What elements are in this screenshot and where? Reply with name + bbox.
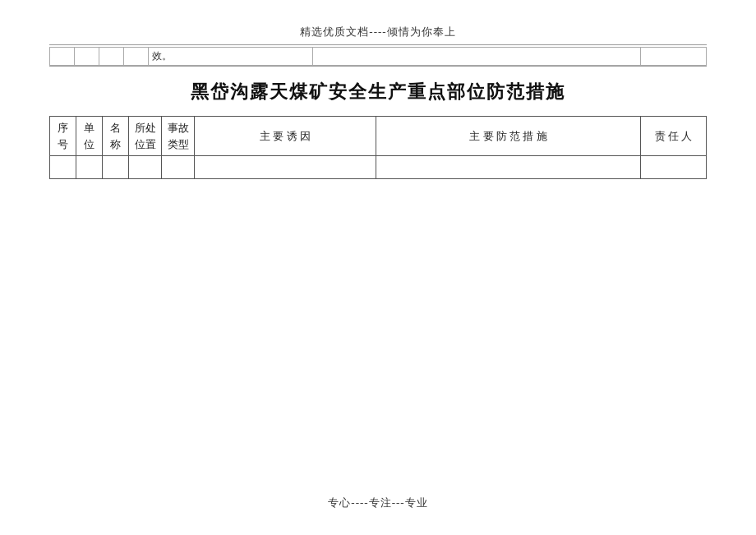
cell-measure	[376, 156, 640, 179]
top-cell-3	[99, 48, 124, 66]
top-bar-table: 效。	[49, 47, 707, 66]
top-cell-7	[641, 48, 707, 66]
col-header-name: 名称	[103, 117, 129, 156]
top-cell-1	[50, 48, 75, 66]
cell-name	[103, 156, 129, 179]
footer-text: 专心----专注---专业	[0, 496, 756, 510]
col-header-cause: 主 要 诱 因	[195, 117, 376, 156]
cell-location	[129, 156, 162, 179]
table-row	[50, 156, 707, 179]
second-divider-line	[49, 66, 707, 67]
cell-responsible	[641, 156, 707, 179]
col-header-location: 所处位置	[129, 117, 162, 156]
cell-type	[162, 156, 195, 179]
page: 精选优质文档----倾情为你奉上 效。 黑岱沟露天煤矿安全生产重点部位防范措施 …	[0, 0, 756, 535]
top-cell-6	[313, 48, 641, 66]
main-table: 序号 单位 名称 所处位置 事故类型 主 要 诱 因 主 要 防 范 措 施 责…	[49, 116, 707, 179]
cell-unit	[76, 156, 103, 179]
top-divider-line	[49, 44, 707, 45]
col-header-responsible: 责 任 人	[641, 117, 707, 156]
main-title: 黑岱沟露天煤矿安全生产重点部位防范措施	[49, 80, 707, 104]
col-header-unit: 单位	[76, 117, 103, 156]
top-cell-4	[124, 48, 149, 66]
subtitle: 精选优质文档----倾情为你奉上	[49, 25, 707, 39]
col-header-measure: 主 要 防 范 措 施	[376, 117, 640, 156]
col-header-seq: 序号	[50, 117, 76, 156]
top-cell-effect: 效。	[149, 48, 313, 66]
top-cell-2	[75, 48, 99, 66]
cell-seq	[50, 156, 76, 179]
col-header-type: 事故类型	[162, 117, 195, 156]
cell-cause	[195, 156, 376, 179]
